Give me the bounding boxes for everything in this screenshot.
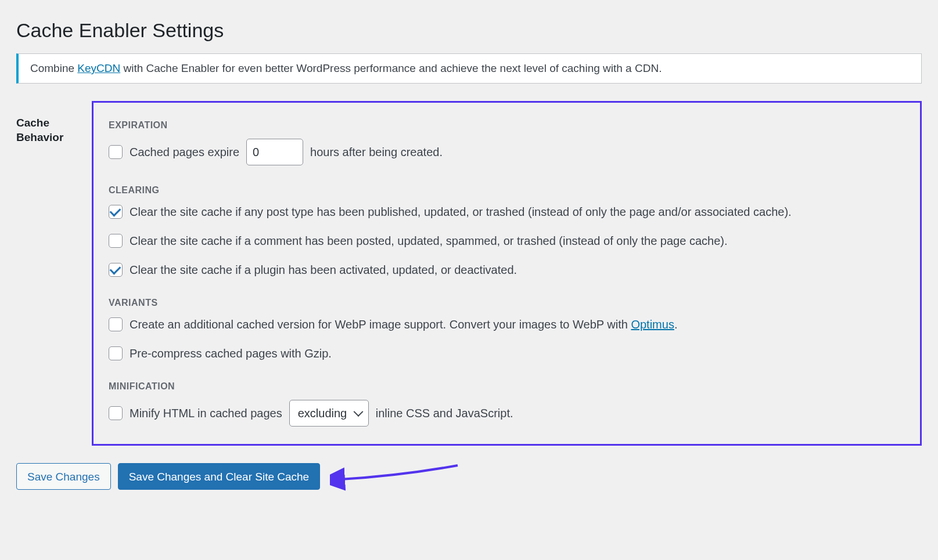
expiration-section: EXPIRATION Cached pages expire hours aft…	[109, 120, 905, 165]
variants-checkbox-webp[interactable]	[109, 317, 123, 331]
optimus-link[interactable]: Optimus	[631, 318, 674, 331]
save-and-clear-cache-button[interactable]: Save Changes and Clear Site Cache	[118, 463, 321, 490]
minification-checkbox[interactable]	[109, 406, 123, 420]
variants-gzip-label: Pre-compress cached pages with Gzip.	[130, 345, 332, 362]
variants-webp-label: Create an additional cached version for …	[130, 316, 677, 333]
clearing-heading: CLEARING	[109, 185, 905, 196]
variants-heading: VARIANTS	[109, 298, 905, 308]
page-title: Cache Enabler Settings	[16, 6, 922, 53]
notice-text-pre: Combine	[30, 62, 77, 74]
keycdn-link[interactable]: KeyCDN	[77, 62, 120, 74]
expiration-label-post: hours after being created.	[310, 144, 443, 160]
notice-box: Combine KeyCDN with Cache Enabler for ev…	[16, 53, 922, 84]
notice-text-post: with Cache Enabler for even better WordP…	[120, 62, 662, 74]
expiration-hours-input[interactable]	[246, 139, 303, 165]
clearing-label-post-type: Clear the site cache if any post type ha…	[130, 204, 792, 220]
expiration-label-pre: Cached pages expire	[130, 144, 239, 160]
clearing-label-comment: Clear the site cache if a comment has be…	[130, 233, 728, 249]
expiration-heading: EXPIRATION	[109, 120, 905, 131]
minification-label-post: inline CSS and JavaScript.	[376, 405, 513, 421]
minification-label-pre: Minify HTML in cached pages	[130, 405, 282, 421]
minification-heading: MINIFICATION	[109, 381, 905, 392]
clearing-section: CLEARING Clear the site cache if any pos…	[109, 185, 905, 278]
variants-section: VARIANTS Create an additional cached ver…	[109, 298, 905, 362]
minification-select[interactable]: excluding	[289, 400, 369, 427]
clearing-checkbox-comment[interactable]	[109, 234, 123, 248]
save-changes-button[interactable]: Save Changes	[16, 463, 111, 490]
clearing-checkbox-post-type[interactable]	[109, 205, 123, 219]
expiration-checkbox[interactable]	[109, 145, 123, 159]
minification-section: MINIFICATION Minify HTML in cached pages…	[109, 381, 905, 427]
cache-behavior-settings-box: EXPIRATION Cached pages expire hours aft…	[92, 101, 922, 446]
clearing-label-plugin: Clear the site cache if a plugin has bee…	[130, 262, 517, 278]
section-label: Cache Behavior	[16, 101, 92, 446]
annotation-arrow-icon	[330, 458, 463, 493]
clearing-checkbox-plugin[interactable]	[109, 263, 123, 277]
variants-checkbox-gzip[interactable]	[109, 346, 123, 360]
